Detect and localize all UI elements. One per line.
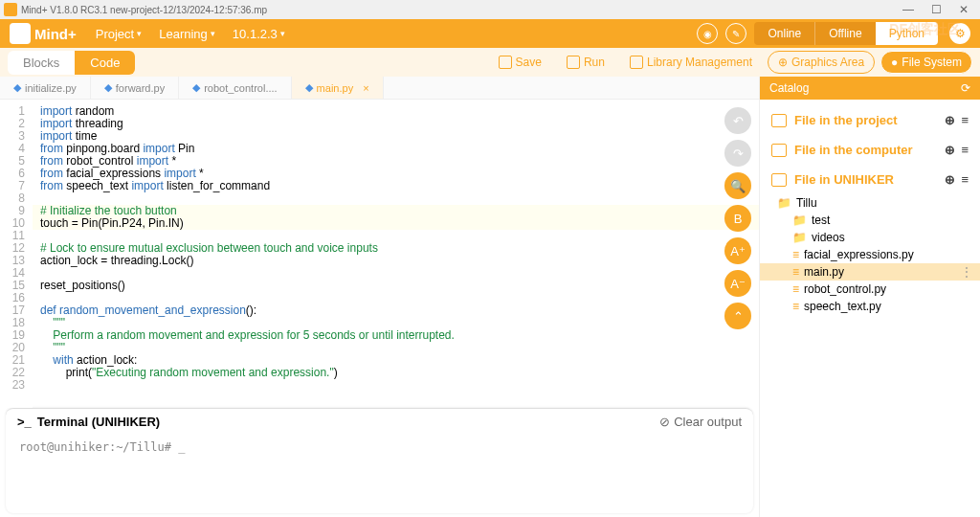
menu-ip[interactable]: 10.1.2.3	[233, 27, 285, 41]
minimize-icon[interactable]: —	[902, 3, 914, 16]
terminal-panel: >_ Terminal (UNIHIKER) ⊘Clear output roo…	[6, 408, 753, 513]
app-logo: Mind+	[10, 23, 77, 44]
tab-code[interactable]: Code	[75, 51, 135, 75]
file-icon: ◆	[104, 81, 112, 94]
window-titlebar: Mind+ V1.8.0 RC3.1 new-project-12/13/202…	[0, 0, 980, 19]
file-tab[interactable]: ◆robot_control....	[179, 77, 291, 99]
close-icon[interactable]: ✕	[959, 3, 969, 16]
graphics-button[interactable]: ⊕ Graphics Area	[768, 51, 875, 74]
file-tabs: ◆initialize.py◆forward.py◆robot_control.…	[0, 77, 759, 100]
folder-icon	[771, 114, 787, 127]
tree-file[interactable]: ≡main.py⋮	[760, 263, 980, 281]
folder-icon	[771, 173, 787, 187]
tree-file[interactable]: ≡speech_text.py	[760, 298, 980, 315]
file-icon: ≡	[792, 282, 799, 296]
offline-button[interactable]: Offline	[814, 22, 875, 45]
file-icon: ≡	[792, 265, 799, 279]
line-gutter: 1234567891011121314151617181920212223	[0, 100, 33, 408]
tree-folder[interactable]: 📁Tillu	[760, 194, 980, 212]
folder-icon: 📁	[792, 214, 807, 227]
code-content[interactable]: import randomimport threadingimport time…	[33, 100, 759, 408]
terminal-output[interactable]: root@unihiker:~/Tillu# _	[6, 435, 753, 460]
add-icon[interactable]: ⊕	[945, 172, 955, 187]
catalog-section[interactable]: File in UNIHIKER⊕ ≡	[760, 165, 980, 194]
menu-project[interactable]: Project	[96, 27, 142, 41]
add-icon[interactable]: ⊕	[945, 113, 955, 127]
watermark: DF创客社区	[889, 21, 961, 38]
catalog-section[interactable]: File in the project⊕ ≡	[760, 105, 980, 135]
redo-icon[interactable]: ↷	[724, 140, 751, 167]
file-tab[interactable]: ◆initialize.py	[0, 77, 91, 99]
clear-output-button[interactable]: ⊘Clear output	[659, 415, 742, 429]
dashboard-icon[interactable]: ◉	[697, 23, 718, 44]
file-tab[interactable]: ◆main.py×	[292, 77, 384, 99]
more-icon[interactable]: ⋮	[961, 265, 972, 279]
terminal-title: Terminal (UNIHIKER)	[37, 415, 160, 429]
top-toolbar: Mind+ Project Learning 10.1.2.3 ◉ ✎ Onli…	[0, 19, 980, 48]
bold-button[interactable]: B	[724, 205, 751, 232]
refresh-icon[interactable]: ⟳	[961, 81, 970, 95]
menu-icon[interactable]: ≡	[961, 172, 969, 187]
font-decrease-button[interactable]: A⁻	[724, 270, 751, 297]
tab-blocks[interactable]: Blocks	[8, 51, 75, 75]
tree-file[interactable]: ≡facial_expressions.py	[760, 246, 980, 263]
undo-icon[interactable]: ↶	[724, 107, 751, 134]
action-bar: Blocks Code Save Run Library Management …	[0, 48, 980, 77]
clear-icon: ⊘	[659, 415, 670, 429]
library-icon	[630, 56, 643, 69]
menu-icon[interactable]: ≡	[961, 113, 969, 127]
folder-icon: 📁	[792, 231, 807, 244]
search-icon[interactable]: 🔍	[724, 172, 751, 199]
save-icon	[499, 56, 512, 69]
online-button[interactable]: Online	[754, 22, 814, 45]
terminal-icon: >_	[17, 415, 32, 429]
catalog-section[interactable]: File in the computer⊕ ≡	[760, 135, 980, 165]
add-icon[interactable]: ⊕	[945, 143, 955, 157]
file-icon: ◆	[305, 81, 313, 94]
play-icon	[567, 56, 580, 69]
save-button[interactable]: Save	[489, 51, 551, 74]
file-tab[interactable]: ◆forward.py	[91, 77, 179, 99]
tree-folder[interactable]: 📁test	[760, 212, 980, 229]
collapse-icon[interactable]: ⌃	[724, 303, 751, 329]
file-icon: ◆	[13, 81, 21, 94]
code-editor[interactable]: 1234567891011121314151617181920212223 im…	[0, 100, 759, 408]
file-icon: ◆	[192, 81, 200, 94]
menu-learning[interactable]: Learning	[159, 27, 215, 41]
title-text: Mind+ V1.8.0 RC3.1 new-project-12/13/202…	[21, 5, 267, 15]
font-increase-button[interactable]: A⁺	[724, 237, 751, 264]
run-button[interactable]: Run	[557, 51, 614, 74]
maximize-icon[interactable]: ☐	[931, 3, 942, 16]
tree-folder[interactable]: 📁videos	[760, 229, 980, 246]
filesystem-button[interactable]: ● File System	[880, 51, 972, 74]
folder-icon: 📁	[777, 196, 791, 210]
file-icon: ≡	[792, 248, 799, 261]
catalog-header: Catalog ⟳	[760, 77, 980, 100]
file-icon: ≡	[792, 300, 799, 313]
tree-file[interactable]: ≡robot_control.py	[760, 281, 980, 298]
menu-icon[interactable]: ≡	[961, 143, 969, 157]
library-button[interactable]: Library Management	[620, 51, 762, 74]
edit-icon[interactable]: ✎	[725, 23, 746, 44]
close-tab-icon[interactable]: ×	[363, 82, 368, 94]
app-icon	[4, 3, 17, 16]
folder-icon	[771, 144, 787, 157]
